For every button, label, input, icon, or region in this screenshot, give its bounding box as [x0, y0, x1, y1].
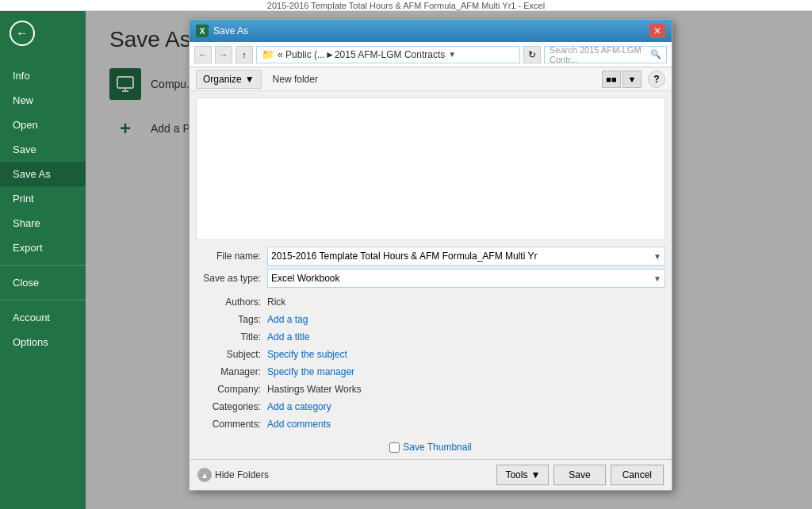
sidebar-item-print[interactable]: Print	[0, 186, 86, 211]
view-buttons: ■■ ▼	[602, 71, 642, 88]
hide-folders-label: Hide Folders	[215, 469, 269, 480]
organize-dropdown-icon: ▼	[245, 74, 255, 85]
authors-label: Authors:	[196, 294, 267, 310]
dialog-footer: ▲ Hide Folders Tools ▼ Save Cancel	[190, 459, 672, 490]
main-layout: ← Info New Open Save Save As Print Share	[0, 11, 812, 509]
sidebar-item-save[interactable]: Save	[0, 137, 86, 162]
breadcrumb-part1: « Public (...	[278, 49, 325, 60]
search-box[interactable]: Search 2015 AFM-LGM Contr... 🔍	[544, 46, 667, 63]
thumbnail-row: Save Thumbnail	[190, 442, 672, 453]
sidebar-item-options[interactable]: Options	[0, 330, 86, 354]
refresh-button[interactable]: ↻	[523, 46, 541, 63]
back-button[interactable]: ←	[6, 17, 38, 49]
manager-link[interactable]: Specify the manager	[267, 364, 665, 380]
breadcrumb-folder-icon: 📁	[262, 48, 274, 60]
save-button[interactable]: Save	[553, 465, 605, 485]
file-name-dropdown: ▼	[653, 252, 661, 261]
breadcrumb-separator: ►	[325, 49, 335, 60]
title-label: Title:	[196, 329, 267, 345]
tags-link[interactable]: Add a tag	[267, 312, 665, 327]
save-as-type-select[interactable]: Excel Workbook ▼	[267, 269, 665, 288]
hide-folders-arrow-icon: ▲	[197, 468, 212, 482]
hide-folders-button[interactable]: ▲ Hide Folders	[197, 468, 269, 482]
up-nav-button[interactable]: ↑	[236, 46, 253, 63]
metadata-section: Authors: Rick Tags: Add a tag Title: Add…	[190, 291, 672, 435]
comments-link[interactable]: Add comments	[267, 416, 665, 432]
dialog-titlebar: X Save As ✕	[190, 20, 672, 42]
authors-value: Rick	[267, 294, 665, 310]
file-name-row: File name: 2015-2016 Template Total Hour…	[196, 247, 665, 266]
window-title: 2015-2016 Template Total Hours & AFM For…	[267, 1, 545, 10]
breadcrumb-part2: 2015 AFM-LGM Contracts	[335, 49, 445, 60]
back-nav-button[interactable]: ←	[194, 46, 212, 63]
save-as-dialog: X Save As ✕ ← → ↑ 📁 « Public (... ► 2015…	[189, 19, 672, 491]
company-value: Hastings Water Works	[267, 381, 665, 397]
sidebar: ← Info New Open Save Save As Print Share	[0, 11, 86, 509]
sidebar-item-share[interactable]: Share	[0, 211, 86, 235]
forward-nav-button[interactable]: →	[215, 46, 232, 63]
comments-label: Comments:	[196, 416, 267, 432]
categories-link[interactable]: Add a category	[267, 399, 665, 415]
breadcrumb-dropdown[interactable]: ▼	[448, 50, 456, 59]
footer-right-buttons: Tools ▼ Save Cancel	[496, 465, 664, 485]
tools-button[interactable]: Tools ▼	[496, 465, 549, 485]
dialog-title-left: X Save As	[196, 25, 248, 37]
save-as-type-label: Save as type:	[196, 273, 267, 284]
sidebar-item-export[interactable]: Export	[0, 235, 86, 260]
back-circle-icon: ←	[10, 21, 35, 46]
search-placeholder: Search 2015 AFM-LGM Contr...	[550, 45, 650, 64]
view-button-dropdown[interactable]: ▼	[622, 71, 642, 88]
manager-label: Manager:	[196, 364, 267, 380]
top-bar: 2015-2016 Template Total Hours & AFM For…	[0, 0, 812, 11]
dialog-close-button[interactable]: ✕	[649, 24, 665, 38]
breadcrumb-bar: ← → ↑ 📁 « Public (... ► 2015 AFM-LGM Con…	[190, 42, 672, 67]
dialog-title-text: Save As	[213, 25, 248, 36]
sidebar-item-open[interactable]: Open	[0, 113, 86, 137]
save-as-type-row: Save as type: Excel Workbook ▼	[196, 269, 665, 288]
subject-link[interactable]: Specify the subject	[267, 346, 665, 362]
categories-label: Categories:	[196, 399, 267, 415]
sidebar-nav: Info New Open Save Save As Print Share E…	[0, 63, 86, 354]
breadcrumb-path[interactable]: 📁 « Public (... ► 2015 AFM-LGM Contracts…	[256, 46, 520, 63]
title-link[interactable]: Add a title	[267, 329, 665, 345]
file-name-form: File name: 2015-2016 Template Total Hour…	[190, 240, 672, 288]
content-area: Save As Compu... + Add a P... 📁 Browse	[86, 11, 812, 509]
tags-label: Tags:	[196, 312, 267, 327]
thumbnail-label[interactable]: Save Thumbnail	[403, 442, 472, 453]
cancel-button[interactable]: Cancel	[611, 465, 664, 485]
help-button[interactable]: ?	[648, 71, 665, 88]
sidebar-item-saveas[interactable]: Save As	[0, 162, 86, 186]
subject-label: Subject:	[196, 346, 267, 362]
save-as-type-dropdown-icon: ▼	[653, 274, 661, 283]
file-name-label: File name:	[196, 251, 267, 262]
company-label: Company:	[196, 381, 267, 397]
sidebar-item-info[interactable]: Info	[0, 63, 86, 88]
search-icon: 🔍	[650, 49, 661, 59]
file-name-input[interactable]: 2015-2016 Template Total Hours & AFM For…	[267, 247, 665, 266]
dialog-toolbar: Organize ▼ New folder ■■ ▼ ?	[190, 67, 672, 91]
sidebar-item-close[interactable]: Close	[0, 270, 86, 295]
new-folder-button[interactable]: New folder	[268, 70, 323, 89]
file-listing-area[interactable]	[196, 98, 665, 240]
tools-dropdown-icon: ▼	[530, 469, 540, 480]
thumbnail-checkbox[interactable]	[389, 442, 400, 453]
organize-button[interactable]: Organize ▼	[196, 70, 262, 89]
view-button-grid[interactable]: ■■	[602, 71, 621, 88]
excel-icon: X	[196, 25, 209, 37]
sidebar-item-new[interactable]: New	[0, 88, 86, 113]
sidebar-item-account[interactable]: Account	[0, 305, 86, 330]
